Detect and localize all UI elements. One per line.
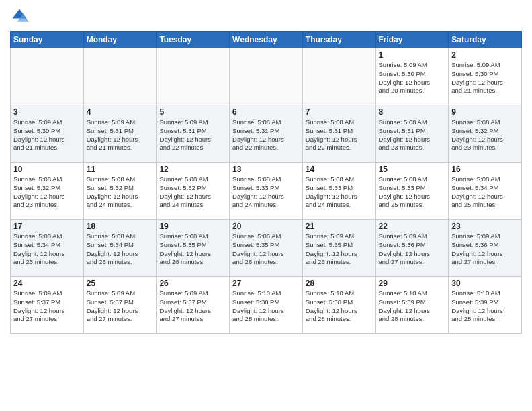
day-number: 21 <box>306 222 373 231</box>
calendar-cell: 13Sunrise: 5:08 AM Sunset: 5:33 PM Dayli… <box>230 163 303 220</box>
weekday-header: Friday <box>375 32 449 48</box>
day-info: Sunrise: 5:08 AM Sunset: 5:31 PM Dayligh… <box>232 118 300 152</box>
day-number: 14 <box>306 165 373 174</box>
calendar-cell: 20Sunrise: 5:08 AM Sunset: 5:35 PM Dayli… <box>230 220 303 277</box>
calendar-cell: 23Sunrise: 5:09 AM Sunset: 5:36 PM Dayli… <box>449 220 522 277</box>
day-info: Sunrise: 5:09 AM Sunset: 5:36 PM Dayligh… <box>451 232 519 267</box>
day-number: 13 <box>232 165 300 174</box>
day-info: Sunrise: 5:09 AM Sunset: 5:37 PM Dayligh… <box>87 289 154 324</box>
calendar-week-row: 17Sunrise: 5:08 AM Sunset: 5:34 PM Dayli… <box>11 220 522 277</box>
calendar-cell: 8Sunrise: 5:08 AM Sunset: 5:31 PM Daylig… <box>375 105 449 163</box>
day-info: Sunrise: 5:09 AM Sunset: 5:37 PM Dayligh… <box>159 289 226 324</box>
day-number: 3 <box>13 107 81 117</box>
calendar-cell: 27Sunrise: 5:10 AM Sunset: 5:38 PM Dayli… <box>230 277 303 334</box>
day-info: Sunrise: 5:10 AM Sunset: 5:39 PM Dayligh… <box>451 289 519 324</box>
day-info: Sunrise: 5:09 AM Sunset: 5:31 PM Dayligh… <box>87 118 154 152</box>
weekday-header: Tuesday <box>157 32 230 48</box>
day-info: Sunrise: 5:08 AM Sunset: 5:34 PM Dayligh… <box>13 232 81 267</box>
weekday-header: Saturday <box>449 32 522 48</box>
day-number: 10 <box>13 165 81 174</box>
calendar-cell <box>83 48 157 105</box>
day-number: 11 <box>87 165 154 174</box>
day-number: 18 <box>87 222 154 231</box>
day-number: 19 <box>159 222 226 231</box>
weekday-header: Thursday <box>302 32 375 48</box>
day-number: 30 <box>451 279 519 288</box>
day-number: 7 <box>306 107 373 117</box>
calendar-cell: 29Sunrise: 5:10 AM Sunset: 5:39 PM Dayli… <box>375 277 449 334</box>
calendar-cell: 5Sunrise: 5:09 AM Sunset: 5:31 PM Daylig… <box>157 105 230 163</box>
day-info: Sunrise: 5:08 AM Sunset: 5:31 PM Dayligh… <box>306 118 373 152</box>
calendar-cell: 10Sunrise: 5:08 AM Sunset: 5:32 PM Dayli… <box>11 163 84 220</box>
calendar-week-row: 3Sunrise: 5:09 AM Sunset: 5:30 PM Daylig… <box>11 105 522 163</box>
day-number: 22 <box>379 222 446 231</box>
calendar-cell: 9Sunrise: 5:08 AM Sunset: 5:32 PM Daylig… <box>449 105 522 163</box>
calendar: SundayMondayTuesdayWednesdayThursdayFrid… <box>10 31 522 334</box>
calendar-cell: 19Sunrise: 5:08 AM Sunset: 5:35 PM Dayli… <box>157 220 230 277</box>
day-number: 27 <box>232 279 300 288</box>
day-number: 8 <box>379 107 446 117</box>
day-info: Sunrise: 5:08 AM Sunset: 5:32 PM Dayligh… <box>87 175 154 210</box>
calendar-cell: 2Sunrise: 5:09 AM Sunset: 5:30 PM Daylig… <box>449 48 522 105</box>
weekday-header: Monday <box>83 32 157 48</box>
day-number: 23 <box>451 222 519 231</box>
weekday-header: Wednesday <box>230 32 303 48</box>
calendar-week-row: 1Sunrise: 5:09 AM Sunset: 5:30 PM Daylig… <box>11 48 522 105</box>
weekday-header: Sunday <box>11 32 84 48</box>
day-number: 6 <box>232 107 300 117</box>
calendar-cell: 4Sunrise: 5:09 AM Sunset: 5:31 PM Daylig… <box>83 105 157 163</box>
day-number: 15 <box>379 165 446 174</box>
calendar-cell: 1Sunrise: 5:09 AM Sunset: 5:30 PM Daylig… <box>375 48 449 105</box>
calendar-cell: 18Sunrise: 5:08 AM Sunset: 5:34 PM Dayli… <box>83 220 157 277</box>
day-info: Sunrise: 5:08 AM Sunset: 5:31 PM Dayligh… <box>379 118 446 152</box>
day-number: 17 <box>13 222 81 231</box>
day-info: Sunrise: 5:08 AM Sunset: 5:32 PM Dayligh… <box>13 175 81 210</box>
day-number: 9 <box>451 107 519 117</box>
day-number: 12 <box>159 165 226 174</box>
calendar-cell: 16Sunrise: 5:08 AM Sunset: 5:34 PM Dayli… <box>449 163 522 220</box>
calendar-cell: 21Sunrise: 5:09 AM Sunset: 5:35 PM Dayli… <box>302 220 375 277</box>
day-info: Sunrise: 5:09 AM Sunset: 5:30 PM Dayligh… <box>379 61 446 95</box>
day-info: Sunrise: 5:09 AM Sunset: 5:35 PM Dayligh… <box>306 232 373 267</box>
day-number: 4 <box>87 107 154 117</box>
calendar-cell: 7Sunrise: 5:08 AM Sunset: 5:31 PM Daylig… <box>302 105 375 163</box>
calendar-cell: 15Sunrise: 5:08 AM Sunset: 5:33 PM Dayli… <box>375 163 449 220</box>
calendar-cell: 24Sunrise: 5:09 AM Sunset: 5:37 PM Dayli… <box>11 277 84 334</box>
day-info: Sunrise: 5:09 AM Sunset: 5:30 PM Dayligh… <box>13 118 81 152</box>
day-number: 29 <box>379 279 446 288</box>
calendar-cell: 3Sunrise: 5:09 AM Sunset: 5:30 PM Daylig… <box>11 105 84 163</box>
calendar-cell <box>157 48 230 105</box>
day-info: Sunrise: 5:08 AM Sunset: 5:35 PM Dayligh… <box>159 232 226 267</box>
day-number: 16 <box>451 165 519 174</box>
day-number: 26 <box>159 279 226 288</box>
day-info: Sunrise: 5:10 AM Sunset: 5:39 PM Dayligh… <box>379 289 446 324</box>
calendar-cell: 22Sunrise: 5:09 AM Sunset: 5:36 PM Dayli… <box>375 220 449 277</box>
day-info: Sunrise: 5:08 AM Sunset: 5:32 PM Dayligh… <box>451 118 519 152</box>
day-number: 25 <box>87 279 154 288</box>
day-info: Sunrise: 5:08 AM Sunset: 5:34 PM Dayligh… <box>87 232 154 267</box>
day-info: Sunrise: 5:08 AM Sunset: 5:33 PM Dayligh… <box>232 175 300 210</box>
calendar-cell: 14Sunrise: 5:08 AM Sunset: 5:33 PM Dayli… <box>302 163 375 220</box>
calendar-header-row: SundayMondayTuesdayWednesdayThursdayFrid… <box>11 32 522 48</box>
calendar-cell <box>302 48 375 105</box>
calendar-cell: 28Sunrise: 5:10 AM Sunset: 5:38 PM Dayli… <box>302 277 375 334</box>
day-number: 28 <box>306 279 373 288</box>
calendar-cell: 17Sunrise: 5:08 AM Sunset: 5:34 PM Dayli… <box>11 220 84 277</box>
day-info: Sunrise: 5:10 AM Sunset: 5:38 PM Dayligh… <box>306 289 373 324</box>
calendar-cell <box>11 48 84 105</box>
logo <box>10 7 32 26</box>
day-info: Sunrise: 5:08 AM Sunset: 5:32 PM Dayligh… <box>159 175 226 210</box>
day-info: Sunrise: 5:08 AM Sunset: 5:33 PM Dayligh… <box>379 175 446 210</box>
calendar-cell: 11Sunrise: 5:08 AM Sunset: 5:32 PM Dayli… <box>83 163 157 220</box>
calendar-cell: 25Sunrise: 5:09 AM Sunset: 5:37 PM Dayli… <box>83 277 157 334</box>
logo-icon <box>10 7 29 26</box>
day-number: 20 <box>232 222 300 231</box>
day-number: 2 <box>451 50 519 60</box>
day-info: Sunrise: 5:08 AM Sunset: 5:34 PM Dayligh… <box>451 175 519 210</box>
day-number: 1 <box>379 50 446 60</box>
calendar-cell: 30Sunrise: 5:10 AM Sunset: 5:39 PM Dayli… <box>449 277 522 334</box>
day-info: Sunrise: 5:09 AM Sunset: 5:31 PM Dayligh… <box>159 118 226 152</box>
day-info: Sunrise: 5:08 AM Sunset: 5:35 PM Dayligh… <box>232 232 300 267</box>
calendar-cell <box>230 48 303 105</box>
day-info: Sunrise: 5:09 AM Sunset: 5:36 PM Dayligh… <box>379 232 446 267</box>
